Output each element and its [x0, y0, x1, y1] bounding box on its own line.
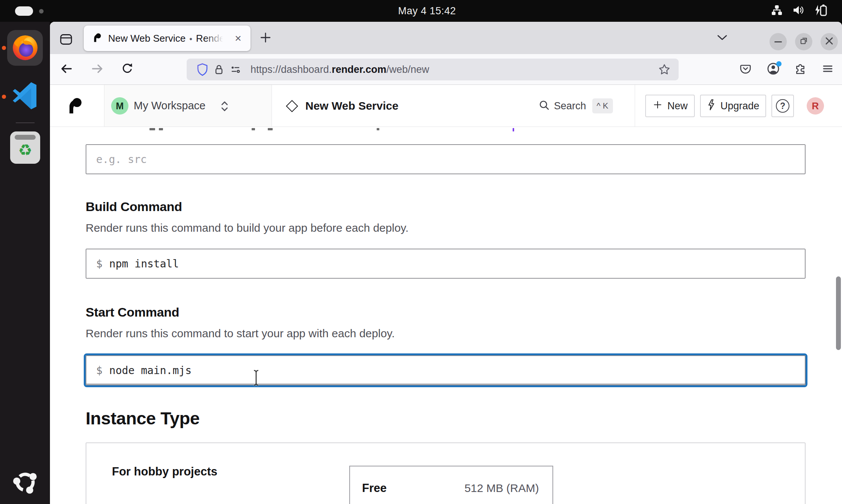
search-button[interactable]: Search ^ K [538, 95, 613, 116]
screen: May 4 15:42 [0, 0, 842, 504]
search-shortcut-kbd: ^ K [592, 98, 613, 113]
ubuntu-logo-icon [12, 469, 39, 497]
build-command-heading: Build Command [86, 199, 182, 214]
back-icon [60, 62, 73, 77]
lightning-bolt-icon [707, 99, 716, 113]
reload-icon [121, 62, 134, 77]
new-tab-button[interactable] [257, 30, 274, 47]
question-mark-icon: ? [776, 99, 789, 113]
workspace-indicator-pill[interactable] [15, 6, 33, 16]
system-status-icons[interactable] [771, 0, 828, 22]
reload-button[interactable] [118, 60, 136, 78]
volume-icon [792, 4, 804, 18]
header-divider [272, 85, 272, 127]
dock-item-trash[interactable]: ♻ [10, 131, 40, 164]
dock: ♻ [0, 22, 50, 504]
build-command-value: npm install [109, 258, 179, 270]
hamburger-icon [822, 63, 834, 76]
free-plan-option[interactable]: Free 512 MB (RAM) [349, 466, 553, 504]
root-directory-placeholder: e.g. src [96, 153, 147, 166]
system-top-bar: May 4 15:42 [0, 0, 842, 22]
clipped-text-remnant [86, 128, 842, 132]
tab-title-fade [205, 28, 231, 49]
chevron-down-icon [717, 34, 728, 43]
header-divider [635, 85, 635, 127]
tracking-protection-shield-icon[interactable] [194, 61, 211, 78]
plus-icon [259, 31, 272, 45]
extensions-button[interactable] [792, 60, 810, 78]
trash-lid [15, 135, 36, 140]
account-button[interactable] [764, 60, 782, 78]
render-header: M My Workspace New Web Service Search ^ … [50, 85, 842, 127]
build-command-description: Render runs this command to build your a… [86, 222, 409, 234]
firefox-view-button[interactable] [58, 32, 74, 48]
url-bar[interactable]: https://dashboard.render.com/web/new [187, 59, 679, 80]
page-title: New Web Service [305, 85, 398, 127]
minimize-icon [774, 41, 782, 42]
workspace-avatar: M [111, 97, 128, 115]
plan-ram: 512 MB (RAM) [465, 482, 539, 495]
firefox-icon [11, 33, 40, 63]
plan-name: Free [362, 481, 386, 495]
render-favicon [92, 33, 102, 44]
permissions-icon[interactable] [227, 61, 244, 78]
user-avatar[interactable]: R [807, 97, 824, 115]
forward-button[interactable] [88, 60, 106, 78]
tab-bar: New Web Service•Render × [50, 22, 842, 54]
bookmark-star-icon[interactable] [656, 61, 673, 78]
service-diamond-icon [286, 100, 298, 112]
account-notification-dot [776, 61, 782, 66]
close-window-button[interactable] [821, 33, 838, 50]
scrollbar-thumb[interactable] [836, 276, 841, 350]
new-button[interactable]: New [645, 95, 695, 117]
page-content: e.g. src Build Command Render runs this … [50, 127, 842, 504]
search-label: Search [554, 100, 586, 112]
hobby-projects-label: For hobby projects [112, 465, 217, 478]
restore-icon [799, 36, 809, 47]
active-tab[interactable]: New Web Service•Render × [84, 26, 250, 51]
forward-icon [91, 62, 104, 77]
close-icon [825, 36, 834, 47]
dock-divider [16, 122, 35, 123]
menu-button[interactable] [819, 60, 837, 78]
restore-button[interactable] [795, 33, 812, 50]
pocket-icon [739, 62, 752, 77]
workspace-selector[interactable]: M My Workspace [104, 85, 272, 127]
pocket-button[interactable] [736, 60, 754, 78]
instance-type-heading: Instance Type [86, 408, 199, 429]
start-command-value: node main.mjs [109, 364, 192, 377]
navigation-toolbar: https://dashboard.render.com/web/new [50, 54, 842, 85]
plus-icon [652, 100, 663, 113]
tab-close-button[interactable]: × [232, 32, 244, 45]
start-command-input[interactable]: $ node main.mjs [86, 355, 806, 385]
vscode-running-dot [2, 95, 6, 99]
dock-item-firefox[interactable] [7, 30, 43, 66]
battery-charging-icon [814, 4, 828, 18]
show-apps-button[interactable] [11, 469, 39, 497]
instance-type-card: For hobby projects Free 512 MB (RAM) [86, 442, 806, 504]
back-button[interactable] [57, 60, 75, 78]
render-logo-icon[interactable] [66, 97, 84, 115]
recycle-icon: ♻ [18, 142, 32, 158]
search-icon [538, 99, 550, 113]
chevron-up-down-icon [220, 100, 229, 114]
start-command-description: Render runs this command to start your a… [86, 327, 395, 340]
clock[interactable]: May 4 15:42 [398, 0, 456, 22]
workspace-indicator-dot[interactable] [39, 9, 44, 14]
firefox-view-icon [59, 32, 73, 48]
start-command-heading: Start Command [86, 305, 179, 320]
text-cursor-icon [252, 369, 260, 388]
root-directory-input[interactable]: e.g. src [86, 144, 806, 174]
lock-icon[interactable] [211, 61, 227, 78]
firefox-running-dot [2, 46, 6, 50]
minimize-button[interactable] [770, 33, 787, 50]
upgrade-button[interactable]: Upgrade [700, 95, 766, 117]
shell-prompt: $ [96, 364, 103, 377]
list-all-tabs-button[interactable] [714, 31, 730, 46]
help-button[interactable]: ? [771, 95, 794, 117]
browser-window: New Web Service•Render × [50, 22, 842, 504]
dock-item-vscode[interactable] [10, 81, 41, 112]
build-command-input[interactable]: $ npm install [86, 249, 806, 279]
url-text[interactable]: https://dashboard.render.com/web/new [250, 64, 656, 75]
puzzle-icon [794, 62, 807, 77]
